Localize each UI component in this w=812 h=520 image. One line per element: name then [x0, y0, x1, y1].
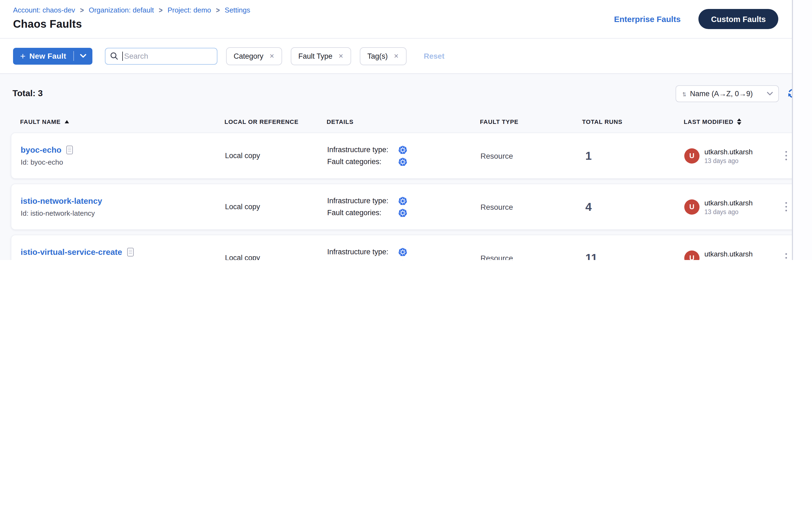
custom-faults-button[interactable]: Custom Faults	[699, 9, 778, 29]
avatar: U	[684, 199, 700, 214]
total-count: Total: 3	[12, 88, 43, 98]
page-header: Account: chaos-dev > Organization: defau…	[0, 0, 812, 38]
chaos-faults-page: Account: chaos-dev > Organization: defau…	[0, 0, 812, 260]
table-row[interactable]: istio-network-latency Id: istio-network-…	[11, 184, 801, 230]
breadcrumb-account[interactable]: Account: chaos-dev	[13, 6, 75, 14]
fault-name-link[interactable]: istio-network-latency	[21, 196, 102, 205]
modified-by: utkarsh.utkarsh	[704, 250, 753, 258]
toolbar: + New Fault Category ✕ Fault Type ✕ Tag(…	[0, 38, 812, 74]
table-header: FAULT NAME LOCAL OR REFERENCE DETAILS FA…	[11, 116, 801, 128]
details-cell: Infrastructure type: Fault categories:	[327, 248, 480, 260]
fault-card-icon[interactable]	[127, 248, 134, 256]
fault-name-cell: istio-network-latency Id: istio-network-…	[21, 196, 225, 217]
local-or-reference-value: Local copy	[225, 152, 327, 160]
kubernetes-icon	[398, 208, 407, 217]
fault-id: Id: istio-network-latency	[21, 209, 225, 217]
row-menu-button[interactable]	[781, 199, 791, 215]
new-fault-button[interactable]: + New Fault	[13, 48, 93, 64]
fault-categories-label: Fault categories:	[327, 158, 398, 166]
fault-name-cell: byoc-echo Id: byoc-echo	[21, 145, 225, 166]
filter-chip-label: Category	[234, 52, 263, 60]
column-fault-type: FAULT TYPE	[480, 119, 582, 125]
fault-type-value: Resource	[480, 151, 583, 160]
infrastructure-type-label: Infrastructure type:	[327, 248, 398, 256]
sort-arrows-icon: ↑↓	[682, 89, 685, 98]
total-runs-value: 11	[583, 251, 684, 260]
modified-by: utkarsh.utkarsh	[704, 199, 753, 207]
search-icon	[110, 52, 119, 60]
scroll-gutter	[792, 0, 812, 260]
infrastructure-type-label: Infrastructure type:	[327, 146, 398, 154]
kubernetes-icon	[398, 157, 407, 166]
details-cell: Infrastructure type: Fault categories:	[327, 145, 480, 166]
new-fault-dropdown-toggle[interactable]	[74, 54, 93, 58]
last-modified-cell: U utkarsh.utkarsh13 days ago	[684, 148, 772, 164]
avatar: U	[684, 148, 700, 163]
reset-filters-button[interactable]: Reset	[424, 52, 444, 60]
list-head-row: Total: 3 ↑↓ Name (A→Z, 0→9)	[11, 85, 801, 102]
table-row[interactable]: istio-virtual-service-create Id: istio-v…	[11, 235, 801, 260]
new-fault-label: New Fault	[29, 52, 66, 60]
sort-dropdown[interactable]: ↑↓ Name (A→Z, 0→9)	[676, 85, 779, 102]
modified-date: 13 days ago	[704, 259, 753, 260]
remove-filter-icon[interactable]: ✕	[394, 52, 399, 59]
fault-categories-label: Fault categories:	[327, 209, 398, 217]
total-runs-value: 4	[583, 200, 684, 213]
chevron-down-icon	[80, 54, 86, 58]
enterprise-faults-link[interactable]: Enterprise Faults	[614, 15, 681, 24]
faults-list: Total: 3 ↑↓ Name (A→Z, 0→9) FAULT NAME	[0, 85, 812, 260]
remove-filter-icon[interactable]: ✕	[338, 52, 343, 59]
local-or-reference-value: Local copy	[225, 254, 327, 260]
remove-filter-icon[interactable]: ✕	[269, 52, 274, 59]
filter-chip-tags[interactable]: Tag(s) ✕	[360, 47, 406, 65]
total-runs-value: 1	[583, 149, 684, 162]
sort-asc-icon	[65, 120, 69, 123]
column-details: DETAILS	[327, 119, 480, 125]
column-last-modified[interactable]: LAST MODIFIED	[684, 119, 772, 125]
header-actions: Enterprise Faults Custom Faults	[614, 9, 779, 29]
avatar: U	[684, 250, 700, 260]
table-row[interactable]: byoc-echo Id: byoc-echo Local copy Infra…	[11, 133, 801, 179]
modified-date: 13 days ago	[704, 157, 753, 164]
breadcrumb-separator-icon: >	[216, 6, 220, 15]
search-input[interactable]	[123, 52, 212, 60]
infrastructure-type-label: Infrastructure type:	[327, 197, 398, 205]
modified-date: 13 days ago	[704, 208, 753, 215]
chevron-down-icon	[767, 92, 773, 95]
breadcrumb-organization[interactable]: Organization: default	[88, 6, 154, 14]
sort-both-icon	[737, 119, 742, 125]
fault-id: Id: byoc-echo	[21, 158, 225, 166]
filter-chip-label: Fault Type	[298, 52, 333, 60]
sort-label: Name (A→Z, 0→9)	[690, 89, 753, 98]
kubernetes-icon	[398, 197, 407, 205]
fault-name-link[interactable]: istio-virtual-service-create	[21, 247, 122, 257]
kubernetes-icon	[398, 248, 407, 256]
plus-icon: +	[20, 51, 26, 60]
fault-name-cell: istio-virtual-service-create Id: istio-v…	[21, 247, 225, 260]
breadcrumb-separator-icon: >	[159, 6, 162, 15]
local-or-reference-value: Local copy	[225, 203, 327, 211]
column-total-runs: TOTAL RUNS	[582, 119, 684, 125]
fault-type-value: Resource	[480, 254, 583, 260]
fault-type-value: Resource	[480, 202, 583, 211]
last-modified-cell: U utkarsh.utkarsh13 days ago	[684, 199, 772, 215]
row-menu-button[interactable]	[781, 250, 791, 260]
breadcrumb-settings[interactable]: Settings	[225, 6, 250, 14]
search-box[interactable]	[105, 48, 218, 64]
kubernetes-icon	[398, 145, 407, 154]
filter-chip-label: Tag(s)	[367, 52, 388, 60]
filter-chip-category[interactable]: Category ✕	[226, 47, 282, 65]
last-modified-cell: U utkarsh.utkarsh13 days ago	[684, 250, 772, 260]
column-fault-name[interactable]: FAULT NAME	[20, 119, 225, 125]
fault-card-icon[interactable]	[66, 145, 73, 154]
filter-chip-fault-type[interactable]: Fault Type ✕	[291, 47, 351, 65]
breadcrumb-project[interactable]: Project: demo	[168, 6, 211, 14]
details-cell: Infrastructure type: Fault categories:	[327, 197, 480, 217]
column-local-or-reference: LOCAL OR REFERENCE	[225, 119, 327, 125]
modified-by: utkarsh.utkarsh	[704, 148, 753, 156]
row-menu-button[interactable]	[781, 148, 791, 164]
fault-name-link[interactable]: byoc-echo	[21, 145, 61, 154]
kubernetes-icon	[398, 259, 407, 260]
breadcrumb-separator-icon: >	[80, 6, 84, 15]
fault-categories-label: Fault categories:	[327, 260, 398, 260]
